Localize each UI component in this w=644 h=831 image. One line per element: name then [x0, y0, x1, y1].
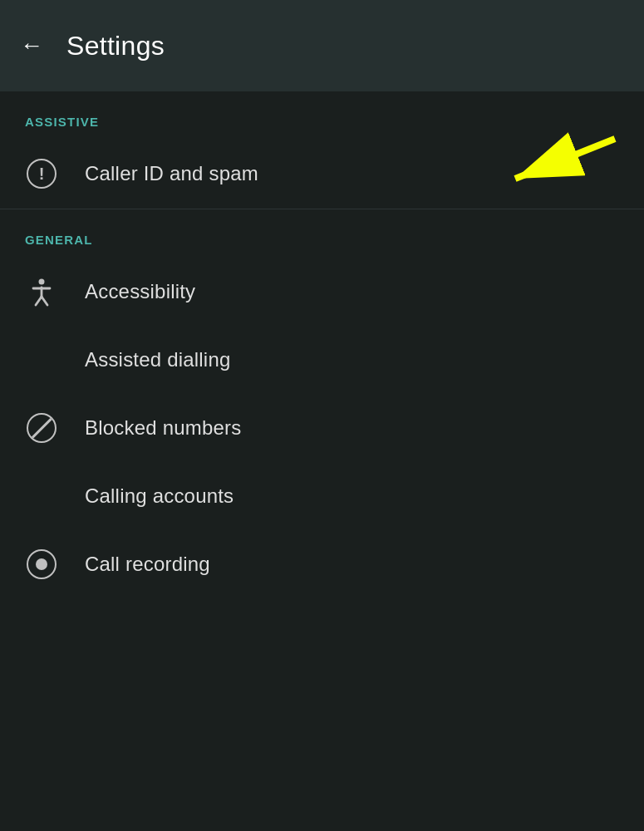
- svg-point-2: [39, 279, 45, 285]
- blocked-icon: [25, 411, 58, 445]
- settings-content: ASSISTIVE ! Caller ID and spam GENERAL: [0, 91, 644, 599]
- menu-item-accessibility[interactable]: Accessibility: [0, 257, 644, 327]
- calling-accounts-label: Calling accounts: [85, 484, 234, 508]
- accessibility-label: Accessibility: [85, 280, 195, 303]
- accessibility-icon: [25, 275, 58, 308]
- svg-line-5: [36, 297, 42, 305]
- menu-item-call-recording[interactable]: Call recording: [0, 529, 644, 599]
- record-icon: [25, 548, 58, 581]
- app-header: ← Settings: [0, 0, 644, 91]
- svg-line-1: [515, 139, 615, 179]
- exclamation-circle-icon: !: [25, 157, 58, 190]
- menu-item-assisted-dialling[interactable]: Assisted dialling: [0, 327, 644, 393]
- caller-id-spam-label: Caller ID and spam: [85, 162, 258, 185]
- section-header-general: GENERAL: [0, 209, 644, 257]
- menu-item-blocked-numbers[interactable]: Blocked numbers: [0, 393, 644, 463]
- blocked-numbers-label: Blocked numbers: [85, 416, 241, 440]
- annotation-arrow: [395, 126, 619, 209]
- svg-line-6: [42, 297, 47, 305]
- menu-item-calling-accounts[interactable]: Calling accounts: [0, 463, 644, 529]
- call-recording-label: Call recording: [85, 553, 210, 576]
- section-header-assistive: ASSISTIVE: [0, 91, 644, 139]
- assisted-dialling-label: Assisted dialling: [85, 348, 231, 371]
- menu-item-caller-id-spam[interactable]: ! Caller ID and spam: [0, 139, 644, 209]
- page-title: Settings: [66, 31, 165, 61]
- back-button[interactable]: ←: [20, 32, 43, 59]
